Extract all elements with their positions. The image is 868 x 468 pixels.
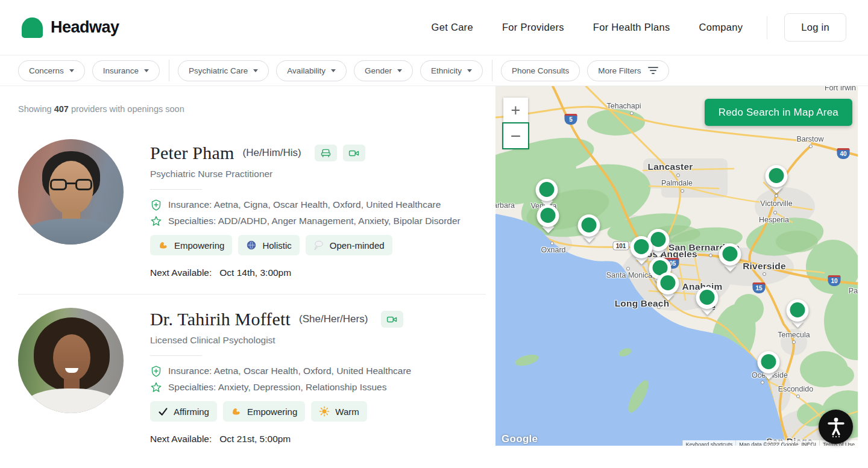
header-nav: Get Care For Providers For Health Plans … [403,13,846,42]
map-town-dot [709,254,712,257]
map-town-dot [763,272,766,276]
filter-insurance[interactable]: Insurance [92,60,160,81]
route-shield-icon: 101 [613,242,629,251]
provider-map-pin[interactable] [787,299,809,328]
next-available: Next Available:Oct 14th, 3:00pm [150,267,461,278]
filter-concerns[interactable]: Concerns [18,60,85,81]
filter-label: Phone Consults [512,66,569,75]
zoom-out-button[interactable]: − [503,123,528,148]
thought-bubble-emoji-icon [313,240,324,251]
next-available-time: Oct 14th, 3:00pm [219,267,291,278]
map-city-label: arbara [495,201,515,210]
nav-company[interactable]: Company [699,22,743,33]
muscle-emoji-icon [158,240,169,251]
provider-map-pin[interactable] [696,287,719,316]
zoom-in-button[interactable]: + [503,98,528,122]
next-available: Next Available:Oct 21st, 5:00pm [150,434,411,445]
headway-logo-icon [22,17,43,38]
provider-map-pin[interactable] [536,179,558,208]
chevron-down-icon [144,69,149,72]
map-city-label: Barstow [796,135,823,143]
provider-name[interactable]: Peter Pham [150,143,234,163]
provider-title: Licensed Clinical Psychologist [150,335,411,346]
video-icon [343,145,365,161]
login-button[interactable]: Log in [784,13,846,42]
map-town-dot [676,173,680,177]
next-available-time: Oct 21st, 5:00pm [219,434,291,444]
chevron-down-icon [397,69,402,72]
map-town-dot [773,211,777,214]
brand-name: Headway [51,18,119,37]
badge-holistic: Holistic [238,235,299,255]
nav-for-health-plans[interactable]: For Health Plans [593,22,670,33]
chevron-down-icon [331,69,336,72]
filter-label: Psychiatric Care [189,66,248,75]
filter-gender[interactable]: Gender [354,60,413,81]
personality-badges: Empowering Holistic Open-minded [150,235,461,255]
chevron-down-icon [467,69,472,72]
provider-card-peter-pham[interactable]: Peter Pham (He/Him/His) Psychiatric Nurs… [18,128,486,294]
provider-map-pin[interactable] [758,351,780,380]
map-city-label: Santa Monica [606,271,652,279]
results-count: 407 [54,104,69,114]
provider-map-pin[interactable] [537,205,559,234]
insurance-line: Insurance: Aetna, Cigna, Oscar Health, O… [150,199,461,211]
keyboard-shortcuts-link[interactable]: Keyboard shortcuts [682,440,736,446]
headway-logo[interactable]: Headway [22,17,119,38]
filter-ethnicity[interactable]: Ethnicity [420,60,483,81]
specialties-line: Specialties: Anxiety, Depression, Relati… [150,381,411,393]
filter-more-filters[interactable]: More Filters [587,60,668,81]
filter-psychiatric-care[interactable]: Psychiatric Care [178,60,269,81]
map-city-label: Temecula [778,331,810,339]
filter-phone-consults[interactable]: Phone Consults [501,60,580,81]
nav-get-care[interactable]: Get Care [432,22,473,33]
filter-bar: Concerns Insurance Psychiatric Care Avai… [0,55,868,86]
filter-divider [492,60,492,81]
provider-map-pin[interactable] [766,165,788,194]
redo-search-button[interactable]: Redo Search in Map Area [705,99,852,126]
filter-label: Insurance [103,66,139,75]
map-town-dot [681,189,684,193]
map-city-label: Palmdale [661,179,693,187]
chevron-down-icon [253,69,258,72]
route-shield-icon: 10 [828,275,841,286]
map-city-label: Riverside [743,261,786,272]
filter-label: Concerns [29,66,64,75]
map-town-dot [809,145,813,148]
results-count-line: Showing 407 providers with openings soon [18,104,486,114]
nav-for-providers[interactable]: For Providers [502,22,564,33]
accessibility-button[interactable] [819,410,853,444]
provider-map-pin[interactable] [578,214,600,243]
filter-divider [169,60,169,81]
provider-map-pin[interactable] [657,272,679,301]
map[interactable]: Fort IrwinTehachapiBarstowLancasterPalmd… [495,86,858,446]
map-canvas: Fort IrwinTehachapiBarstowLancasterPalmd… [495,86,858,446]
provider-pronouns: (She/Her/Hers) [299,313,368,325]
provider-photo[interactable] [18,308,124,413]
muscle-emoji-icon [231,406,242,417]
badge-affirming: Affirming [150,401,217,422]
divider [150,355,202,356]
map-city-label: Fort Irwin [825,86,856,92]
badge-empowering: Empowering [150,235,232,255]
specialties-line: Specialties: ADD/ADHD, Anger Management,… [150,215,461,227]
star-icon [150,381,162,393]
provider-card-tahirih-moffett[interactable]: Dr. Tahirih Moffett (She/Her/Hers) Licen… [18,294,486,460]
map-town-dot [761,381,764,384]
filter-label: Availability [287,66,326,75]
globe-emoji-icon [246,240,257,251]
shield-plus-icon [150,365,162,377]
filter-label: More Filters [598,66,641,75]
filter-availability[interactable]: Availability [276,60,347,81]
map-town-dot [796,395,800,398]
map-city-label: Escondido [778,385,813,393]
map-town-dot [792,340,796,344]
insurance-line: Insurance: Aetna, Oscar Health, Oxford, … [150,365,411,377]
badge-open-minded: Open-minded [306,235,392,255]
map-town-dot [550,242,554,245]
map-town-dot [626,267,630,270]
route-shield-icon: 40 [837,148,850,159]
provider-map-pin[interactable] [719,243,741,272]
provider-photo[interactable] [18,139,124,245]
provider-name[interactable]: Dr. Tahirih Moffett [150,309,291,329]
